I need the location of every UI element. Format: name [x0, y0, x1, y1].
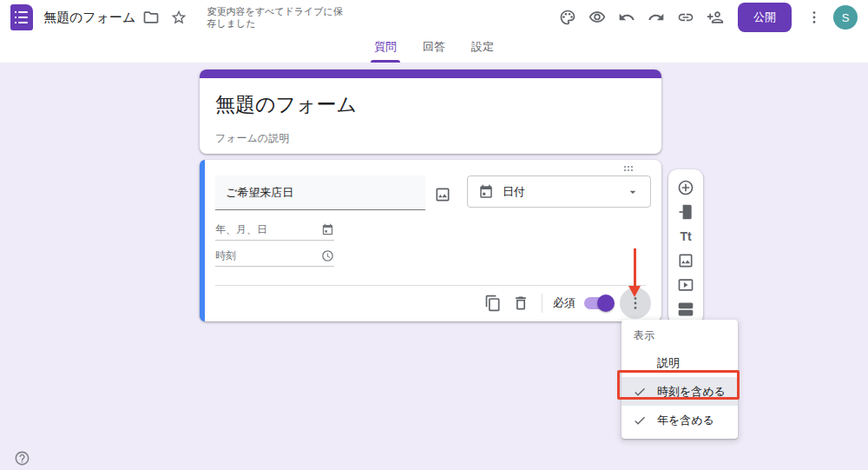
insert-toolbar: Tt: [668, 169, 703, 324]
add-question-button[interactable]: [674, 175, 698, 200]
question-action-bar: 必須: [200, 285, 661, 321]
menu-item-include-year[interactable]: 年を含める: [621, 406, 738, 434]
add-title-text-button[interactable]: Tt: [674, 224, 698, 248]
question-card[interactable]: ご希望来店日 日付 年、月、日 時刻: [200, 160, 661, 321]
link-icon: [677, 9, 694, 26]
drag-handle[interactable]: [624, 166, 633, 171]
help-icon: [14, 450, 30, 467]
more-vert-icon: [806, 9, 823, 26]
toggle-knob: [597, 295, 615, 312]
delete-question-button[interactable]: [507, 289, 535, 317]
calendar-icon: [478, 184, 494, 200]
duplicate-question-button[interactable]: [479, 289, 507, 317]
help-button[interactable]: [8, 444, 36, 470]
copy-icon: [484, 295, 502, 312]
undo-icon: [618, 9, 635, 26]
clock-icon: [321, 249, 334, 262]
preview-button[interactable]: [583, 3, 611, 31]
calendar-icon: [321, 223, 334, 236]
time-answer-preview: 時刻: [215, 245, 334, 267]
add-title-icon: Tt: [680, 229, 691, 243]
copy-link-button[interactable]: [672, 3, 700, 31]
image-icon: [434, 186, 451, 203]
date-answer-preview: 年、月、日: [215, 219, 334, 241]
trash-icon: [512, 295, 529, 312]
preview-eye-icon: [589, 9, 606, 26]
add-image-icon: [677, 252, 694, 269]
save-status-text[interactable]: 変更内容をすべてドライブに保存しました: [207, 5, 345, 30]
action-bar-divider: [542, 294, 542, 313]
app-header: 無題のフォーム 変更内容をすべてドライブに保存しました: [0, 0, 868, 63]
publish-button[interactable]: 公開: [738, 3, 792, 32]
menu-section-header: 表示: [621, 326, 738, 348]
chevron-down-icon: [626, 185, 640, 199]
header-toolbar: 無題のフォーム 変更内容をすべてドライブに保存しました: [0, 0, 868, 35]
redo-button[interactable]: [642, 3, 670, 31]
folder-icon: [142, 9, 160, 26]
annotation-arrow: [634, 248, 636, 287]
add-question-image-button[interactable]: [429, 181, 457, 209]
forms-logo-icon[interactable]: [10, 4, 33, 30]
annotation-highlight-box: [617, 370, 740, 400]
undo-button[interactable]: [613, 3, 641, 31]
tab-questions[interactable]: 質問: [372, 39, 398, 63]
date-placeholder: 年、月、日: [215, 222, 267, 237]
add-video-button[interactable]: [674, 273, 698, 297]
form-title-card: 無題のフォーム フォームの説明: [200, 70, 661, 154]
move-to-folder-button[interactable]: [137, 3, 165, 31]
add-section-button[interactable]: [674, 297, 698, 321]
google-forms-editor: 無題のフォーム 変更内容をすべてドライブに保存しました: [0, 0, 868, 470]
add-collaborator-button[interactable]: [701, 3, 729, 31]
star-icon: [170, 9, 187, 26]
theme-customize-button[interactable]: [554, 3, 582, 31]
add-question-icon: [677, 179, 694, 196]
check-icon: [631, 414, 648, 427]
redo-icon: [648, 9, 665, 26]
question-type-selected-value: 日付: [503, 184, 617, 200]
import-questions-icon: [677, 203, 694, 221]
add-collaborator-icon: [707, 9, 724, 26]
required-toggle[interactable]: [584, 297, 613, 309]
time-placeholder: 時刻: [215, 248, 236, 263]
annotation-arrow-head: [628, 286, 641, 297]
add-section-icon: [677, 301, 694, 318]
more-vert-icon: [627, 295, 644, 312]
add-image-button[interactable]: [674, 248, 698, 273]
account-avatar[interactable]: S: [833, 5, 858, 30]
theme-color-bar: [200, 70, 661, 78]
star-button[interactable]: [165, 3, 193, 31]
tab-settings[interactable]: 設定: [470, 39, 496, 63]
header-more-options-button[interactable]: [800, 3, 828, 31]
import-questions-button[interactable]: [674, 200, 698, 224]
document-title[interactable]: 無題のフォーム: [43, 10, 135, 26]
add-video-icon: [677, 276, 694, 294]
required-label: 必須: [553, 295, 575, 311]
form-title-input[interactable]: 無題のフォーム: [200, 78, 661, 118]
tab-responses[interactable]: 回答: [421, 39, 447, 63]
form-description-input[interactable]: フォームの説明: [200, 118, 661, 146]
question-title-input[interactable]: ご希望来店日: [215, 175, 425, 210]
header-actions: 公開 S: [554, 3, 858, 32]
palette-icon: [559, 9, 576, 26]
editor-tabs: 質問 回答 設定: [0, 35, 868, 63]
question-type-dropdown[interactable]: 日付: [467, 175, 651, 208]
